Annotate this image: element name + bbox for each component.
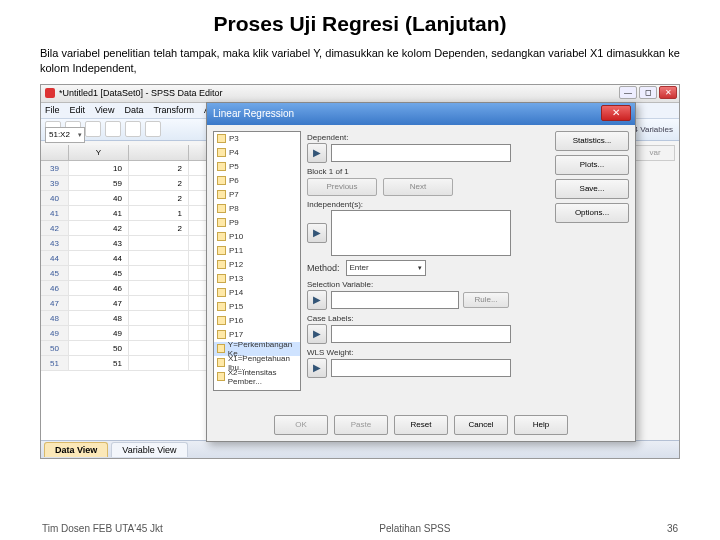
move-to-independent-button[interactable]: ▶ <box>307 223 327 243</box>
menu-view[interactable]: View <box>95 105 114 115</box>
scale-icon <box>217 288 226 297</box>
window-title: *Untitled1 [DataSet0] - SPSS Data Editor <box>59 88 223 98</box>
close-button[interactable]: ✕ <box>659 86 677 99</box>
ok-button[interactable]: OK <box>274 415 328 435</box>
scale-icon <box>217 302 226 311</box>
toolbar-icon[interactable] <box>125 121 141 137</box>
scale-icon <box>217 246 226 255</box>
cancel-button[interactable]: Cancel <box>454 415 508 435</box>
variable-item[interactable]: P9 <box>214 216 300 230</box>
variable-list[interactable]: P3P4P5P6P7P8P9P10P11P12P13P14P15P16P17Y=… <box>213 131 301 391</box>
variable-item[interactable]: P10 <box>214 230 300 244</box>
help-button[interactable]: Help <box>514 415 568 435</box>
footer-left: Tim Dosen FEB UTA'45 Jkt <box>42 523 163 534</box>
col-header-x[interactable] <box>129 145 189 160</box>
linear-regression-dialog: Linear Regression ✕ P3P4P5P6P7P8P9P10P11… <box>206 102 636 442</box>
tab-data-view[interactable]: Data View <box>44 442 108 457</box>
menu-edit[interactable]: Edit <box>70 105 86 115</box>
variable-item[interactable]: P16 <box>214 314 300 328</box>
statistics-button[interactable]: Statistics... <box>555 131 629 151</box>
col-header-y[interactable]: Y <box>69 145 129 160</box>
method-label: Method: <box>307 263 340 273</box>
scale-icon <box>217 134 226 143</box>
save-button[interactable]: Save... <box>555 179 629 199</box>
slide-title: Proses Uji Regresi (Lanjutan) <box>0 0 720 42</box>
move-to-wls-button[interactable]: ▶ <box>307 358 327 378</box>
variable-item[interactable]: P13 <box>214 272 300 286</box>
wls-weight-field[interactable] <box>331 359 511 377</box>
case-labels-field[interactable] <box>331 325 511 343</box>
variable-item[interactable]: P6 <box>214 174 300 188</box>
scale-icon <box>217 190 226 199</box>
scale-icon <box>217 344 225 353</box>
window-titlebar: *Untitled1 [DataSet0] - SPSS Data Editor… <box>41 85 679 103</box>
variable-item[interactable]: P11 <box>214 244 300 258</box>
dialog-close-button[interactable]: ✕ <box>601 105 631 121</box>
footer-center: Pelatihan SPSS <box>379 523 450 534</box>
rule-button[interactable]: Rule... <box>463 292 509 308</box>
dependent-label: Dependent: <box>307 133 537 142</box>
slide-description: Bila variabel penelitian telah tampak, m… <box>0 42 720 84</box>
variable-item[interactable]: P15 <box>214 300 300 314</box>
menu-transform[interactable]: Transform <box>153 105 194 115</box>
cell-reference[interactable]: 51:X2 <box>45 127 85 143</box>
scale-icon <box>217 176 226 185</box>
scale-icon <box>217 330 226 339</box>
minimize-button[interactable]: — <box>619 86 637 99</box>
variable-item[interactable]: P14 <box>214 286 300 300</box>
scale-icon <box>217 162 226 171</box>
toolbar-icon[interactable] <box>105 121 121 137</box>
scale-icon <box>217 274 226 283</box>
toolbar-icon[interactable] <box>145 121 161 137</box>
variable-item[interactable]: P12 <box>214 258 300 272</box>
menu-data[interactable]: Data <box>124 105 143 115</box>
move-to-case-button[interactable]: ▶ <box>307 324 327 344</box>
variable-item[interactable]: X2=Intensitas Pember... <box>214 370 300 384</box>
dialog-titlebar: Linear Regression ✕ <box>207 103 635 125</box>
scale-icon <box>217 204 226 213</box>
variable-item[interactable]: P7 <box>214 188 300 202</box>
spss-window: *Untitled1 [DataSet0] - SPSS Data Editor… <box>40 84 680 459</box>
view-tabs: Data View Variable View <box>41 440 679 458</box>
footer-page-number: 36 <box>667 523 678 534</box>
method-select[interactable]: Enter <box>346 260 426 276</box>
variable-item[interactable]: P5 <box>214 160 300 174</box>
scale-icon <box>217 358 225 367</box>
scale-icon <box>217 316 226 325</box>
maximize-button[interactable]: ◻ <box>639 86 657 99</box>
plots-button[interactable]: Plots... <box>555 155 629 175</box>
toolbar-icon[interactable] <box>85 121 101 137</box>
previous-button[interactable]: Previous <box>307 178 377 196</box>
dependent-field[interactable] <box>331 144 511 162</box>
paste-button[interactable]: Paste <box>334 415 388 435</box>
selection-variable-field[interactable] <box>331 291 459 309</box>
scale-icon <box>217 260 226 269</box>
dialog-title: Linear Regression <box>213 108 294 119</box>
scale-icon <box>217 148 226 157</box>
scale-icon <box>217 232 226 241</box>
app-icon <box>45 88 55 98</box>
next-button[interactable]: Next <box>383 178 453 196</box>
slide-footer: Tim Dosen FEB UTA'45 Jkt Pelatihan SPSS … <box>0 523 720 534</box>
independent-field[interactable] <box>331 210 511 256</box>
variable-item[interactable]: P3 <box>214 132 300 146</box>
case-labels-label: Case Labels: <box>307 314 537 323</box>
menu-file[interactable]: File <box>45 105 60 115</box>
scale-icon <box>217 218 226 227</box>
row-header-blank <box>41 145 69 160</box>
move-to-dependent-button[interactable]: ▶ <box>307 143 327 163</box>
variable-item[interactable]: P4 <box>214 146 300 160</box>
options-button[interactable]: Options... <box>555 203 629 223</box>
variable-item[interactable]: P8 <box>214 202 300 216</box>
selection-variable-label: Selection Variable: <box>307 280 537 289</box>
independent-label: Independent(s): <box>307 200 537 209</box>
tab-variable-view[interactable]: Variable View <box>111 442 187 457</box>
reset-button[interactable]: Reset <box>394 415 448 435</box>
scale-icon <box>217 372 225 381</box>
block-label: Block 1 of 1 <box>307 167 537 176</box>
column-header-var: var <box>635 145 675 161</box>
wls-weight-label: WLS Weight: <box>307 348 537 357</box>
move-to-selection-button[interactable]: ▶ <box>307 290 327 310</box>
